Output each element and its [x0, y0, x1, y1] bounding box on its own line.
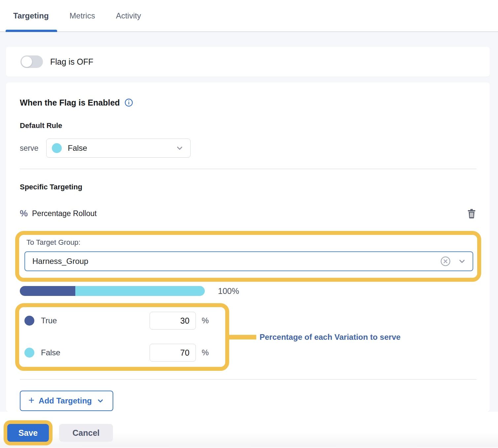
chevron-down-icon	[96, 397, 105, 405]
variation-row-true: True %	[24, 312, 209, 330]
annotation-connector-line	[229, 335, 256, 339]
variation-row-false: False %	[24, 344, 209, 362]
targeting-rules-card: When the Flag is Enabled Default Rule se…	[6, 82, 490, 412]
percent-unit-label: %	[202, 316, 209, 325]
tab-bar: Targeting Metrics Activity	[0, 0, 498, 32]
flag-toggle[interactable]	[20, 55, 43, 68]
variation-true-color-dot	[24, 316, 34, 326]
tab-targeting-label: Targeting	[13, 11, 49, 20]
add-targeting-label: Add Targeting	[39, 396, 92, 405]
chevron-down-icon[interactable]	[457, 257, 467, 266]
bar-segment-true	[20, 286, 75, 296]
target-group-highlight-box: To Target Group: Harness_Group	[15, 231, 481, 282]
percent-unit-label: %	[202, 348, 209, 357]
default-variation-select[interactable]: False	[46, 139, 191, 158]
section-divider	[20, 169, 477, 169]
section-divider	[20, 379, 477, 380]
bar-segment-false	[75, 286, 205, 296]
variation-false-color-dot	[24, 348, 34, 358]
serve-label: serve	[20, 144, 38, 153]
enabled-section-title: When the Flag is Enabled	[20, 98, 120, 108]
add-targeting-button[interactable]: + Add Targeting	[20, 391, 113, 411]
chevron-down-icon	[175, 144, 184, 153]
plus-icon: +	[28, 395, 34, 405]
rollout-distribution-row: 100%	[20, 286, 477, 296]
tab-metrics[interactable]: Metrics	[70, 0, 95, 31]
tab-activity-label: Activity	[116, 11, 141, 20]
variation-false-label: False	[41, 348, 150, 357]
target-group-label: To Target Group:	[26, 238, 473, 247]
cancel-button[interactable]: Cancel	[59, 424, 113, 442]
enabled-section-title-row: When the Flag is Enabled	[20, 98, 477, 108]
toggle-knob-icon	[21, 56, 32, 67]
target-group-select[interactable]: Harness_Group	[24, 251, 473, 271]
variation-true-percent-input[interactable]	[150, 312, 196, 330]
flag-status-card: Flag is OFF	[6, 47, 490, 77]
default-rule-serve-row: serve False	[20, 139, 477, 158]
variation-percentages-region: True % False % Percentage of each Variat…	[15, 303, 229, 371]
variation-false-percent-input[interactable]	[150, 344, 196, 362]
variation-color-dot	[52, 143, 62, 153]
targeting-panel: Flag is OFF When the Flag is Enabled Def…	[0, 32, 498, 412]
clear-selection-icon[interactable]	[440, 256, 451, 267]
save-button[interactable]: Save	[7, 424, 49, 442]
tab-activity[interactable]: Activity	[116, 0, 141, 31]
variation-percentages-highlight-box: True % False %	[15, 303, 229, 371]
rollout-type: % Percentage Rollout	[20, 208, 97, 219]
rollout-total-label: 100%	[218, 286, 239, 296]
flag-status-label: Flag is OFF	[50, 57, 93, 67]
info-icon[interactable]	[124, 98, 133, 107]
rollout-type-label: Percentage Rollout	[32, 209, 97, 218]
annotation-text: Percentage of each Variation to serve	[260, 333, 401, 342]
action-footer: Save Cancel	[0, 412, 498, 448]
delete-rule-button[interactable]	[467, 208, 477, 219]
default-rule-heading: Default Rule	[20, 121, 477, 130]
percentage-rollout-header: % Percentage Rollout	[20, 208, 477, 219]
variation-true-label: True	[41, 316, 150, 325]
tab-metrics-label: Metrics	[70, 11, 95, 20]
target-group-value: Harness_Group	[32, 257, 440, 266]
rollout-distribution-bar	[20, 286, 205, 296]
percent-icon: %	[20, 208, 28, 219]
specific-targeting-heading: Specific Targeting	[20, 183, 477, 191]
default-variation-value: False	[68, 144, 175, 153]
tab-targeting[interactable]: Targeting	[13, 0, 49, 31]
